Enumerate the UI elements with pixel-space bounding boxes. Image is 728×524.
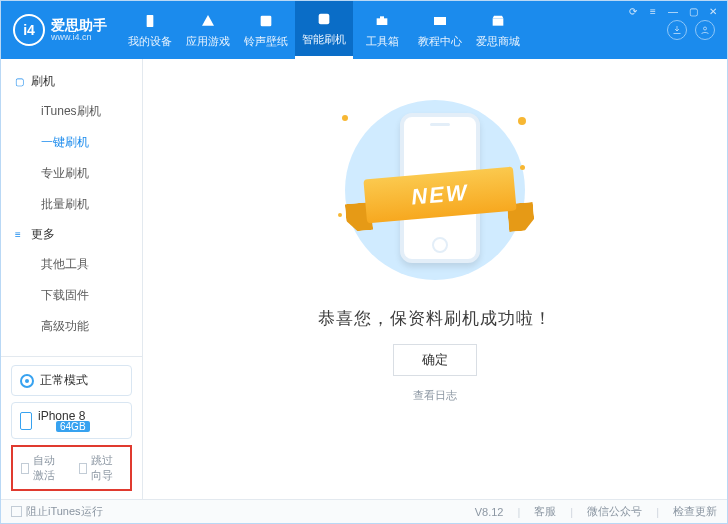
- nav-toolbox[interactable]: 工具箱: [353, 1, 411, 59]
- sidebar-item-other-tools[interactable]: 其他工具: [1, 249, 142, 280]
- app-logo: i4 爱思助手 www.i4.cn: [13, 14, 107, 46]
- sidebar: ▢ 刷机 iTunes刷机 一键刷机 专业刷机 批量刷机 ≡ 更多 其他工具 下…: [1, 59, 143, 499]
- window-controls: ⟳ ≡ — ▢ ✕: [626, 4, 720, 18]
- nav-label: 应用游戏: [186, 34, 230, 49]
- nav-label: 我的设备: [128, 34, 172, 49]
- apps-icon: [199, 12, 217, 30]
- checkbox-skip-guide[interactable]: 跳过向导: [79, 453, 123, 483]
- wechat-link[interactable]: 微信公众号: [587, 504, 642, 519]
- device-mode-chip[interactable]: 正常模式: [11, 365, 132, 396]
- svg-rect-0: [147, 15, 154, 27]
- checkbox-icon: [79, 463, 87, 474]
- divider: |: [656, 506, 659, 518]
- sidebar-item-itunes-flash[interactable]: iTunes刷机: [1, 96, 142, 127]
- device-chip[interactable]: iPhone 8 64GB: [11, 402, 132, 439]
- sidebar-group-label: 刷机: [31, 73, 55, 90]
- sidebar-item-oneclick-flash[interactable]: 一键刷机: [1, 127, 142, 158]
- status-bar: 阻止iTunes运行 V8.12 | 客服 | 微信公众号 | 检查更新: [1, 499, 727, 523]
- device-mode-label: 正常模式: [40, 372, 88, 389]
- maximize-icon[interactable]: ▢: [686, 4, 700, 18]
- device-icon: [141, 12, 159, 30]
- ribbon-label: NEW: [363, 167, 516, 224]
- nav-tutorials[interactable]: 教程中心: [411, 1, 469, 59]
- nav-store[interactable]: 爱思商城: [469, 1, 527, 59]
- sidebar-item-download-firmware[interactable]: 下载固件: [1, 280, 142, 311]
- sidebar-group-more[interactable]: ≡ 更多: [1, 220, 142, 249]
- brand-name: 爱思助手: [51, 18, 107, 33]
- svg-rect-3: [377, 18, 388, 25]
- divider: |: [570, 506, 573, 518]
- sidebar-bottom: 正常模式 iPhone 8 64GB 自动激活 跳过向导: [1, 356, 142, 499]
- option-box-highlighted: 自动激活 跳过向导: [11, 445, 132, 491]
- logo-badge: i4: [13, 14, 45, 46]
- brand-site: www.i4.cn: [51, 33, 107, 42]
- nav-ringtone-wallpaper[interactable]: 铃声壁纸: [237, 1, 295, 59]
- svg-rect-5: [493, 18, 504, 25]
- nav-label: 智能刷机: [302, 32, 346, 47]
- store-icon: [489, 12, 507, 30]
- download-icon[interactable]: [667, 20, 687, 40]
- mode-icon: [20, 374, 34, 388]
- checkbox-block-itunes[interactable]: 阻止iTunes运行: [11, 504, 103, 519]
- main-panel: NEW 恭喜您，保资料刷机成功啦！ 确定 查看日志: [143, 59, 727, 499]
- version-label: V8.12: [475, 506, 504, 518]
- sync-icon[interactable]: ⟳: [626, 4, 640, 18]
- support-link[interactable]: 客服: [534, 504, 556, 519]
- collapse-icon: ≡: [15, 229, 25, 240]
- tutorial-icon: [431, 12, 449, 30]
- sidebar-item-batch-flash[interactable]: 批量刷机: [1, 189, 142, 220]
- menu-icon[interactable]: ≡: [646, 4, 660, 18]
- collapse-icon: ▢: [15, 76, 25, 87]
- toolbox-icon: [373, 12, 391, 30]
- checkbox-icon: [11, 506, 22, 517]
- top-nav: 我的设备 应用游戏 铃声壁纸 智能刷机 工具箱 教程中心 爱思商城: [121, 1, 527, 59]
- sidebar-group-flash[interactable]: ▢ 刷机: [1, 67, 142, 96]
- wallpaper-icon: [257, 12, 275, 30]
- nav-label: 教程中心: [418, 34, 462, 49]
- body: ▢ 刷机 iTunes刷机 一键刷机 专业刷机 批量刷机 ≡ 更多 其他工具 下…: [1, 59, 727, 499]
- nav-smart-flash[interactable]: 智能刷机: [295, 1, 353, 59]
- check-update-link[interactable]: 检查更新: [673, 504, 717, 519]
- divider: |: [517, 506, 520, 518]
- checkbox-icon: [21, 463, 29, 474]
- new-ribbon: NEW: [340, 173, 540, 217]
- sidebar-item-advanced[interactable]: 高级功能: [1, 311, 142, 342]
- flash-icon: [315, 10, 333, 28]
- checkbox-auto-activate[interactable]: 自动激活: [21, 453, 65, 483]
- svg-point-6: [704, 27, 707, 30]
- nav-label: 爱思商城: [476, 34, 520, 49]
- sidebar-item-pro-flash[interactable]: 专业刷机: [1, 158, 142, 189]
- checkbox-label: 阻止iTunes运行: [26, 504, 103, 519]
- svg-rect-1: [261, 15, 272, 26]
- minimize-icon[interactable]: —: [666, 4, 680, 18]
- view-log-link[interactable]: 查看日志: [413, 388, 457, 403]
- svg-rect-2: [319, 14, 330, 25]
- checkbox-label: 自动激活: [33, 453, 64, 483]
- nav-label: 工具箱: [366, 34, 399, 49]
- device-storage-badge: 64GB: [56, 421, 90, 432]
- app-header: ⟳ ≡ — ▢ ✕ i4 爱思助手 www.i4.cn 我的设备 应用游戏 铃声…: [1, 1, 727, 59]
- nav-my-device[interactable]: 我的设备: [121, 1, 179, 59]
- close-icon[interactable]: ✕: [706, 4, 720, 18]
- nav-apps-games[interactable]: 应用游戏: [179, 1, 237, 59]
- confirm-button[interactable]: 确定: [393, 344, 477, 376]
- sidebar-group-label: 更多: [31, 226, 55, 243]
- checkbox-label: 跳过向导: [91, 453, 122, 483]
- success-message: 恭喜您，保资料刷机成功啦！: [318, 307, 552, 330]
- phone-icon: [20, 412, 32, 430]
- user-icon[interactable]: [695, 20, 715, 40]
- svg-rect-4: [380, 16, 384, 19]
- header-right: [667, 20, 727, 40]
- nav-label: 铃声壁纸: [244, 34, 288, 49]
- success-illustration: NEW: [320, 95, 550, 285]
